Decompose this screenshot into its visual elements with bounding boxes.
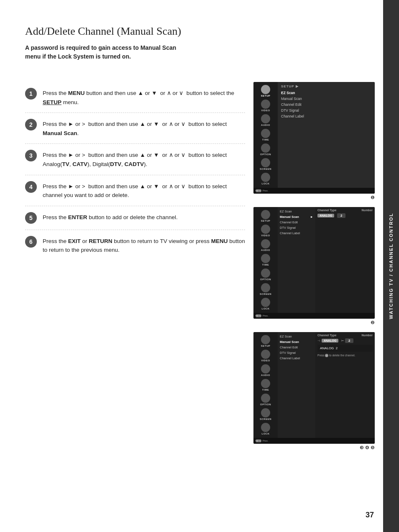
lock-icon-3	[261, 423, 270, 432]
setup-label: SETUP	[261, 95, 271, 97]
tv-menu-channeledit-1: Channel Edit	[281, 102, 371, 107]
video-label-2: VIDEO	[261, 234, 270, 237]
step-text-5: Press the ENTER button to add or delete …	[43, 212, 178, 222]
channel-number-value-3: 2	[345, 338, 353, 343]
tv-menu-left-1: SETUP VIDEO AUDIO	[253, 82, 278, 188]
setup-icon-2	[261, 210, 270, 219]
tv-menu-item-lock-3: LOCK	[253, 422, 278, 436]
audio-label-3: AUDIO	[261, 374, 270, 376]
screenshot-label-1: ❶	[253, 195, 375, 200]
tv-panel-2: SETUP VIDEO AUDIO	[253, 207, 375, 313]
channel-number-value-2: 2	[337, 213, 345, 218]
tv-panel-3: SETUP VIDEO AUDIO	[253, 332, 375, 438]
menu-footer-icon-1: MENU	[256, 189, 261, 192]
tv-menu-item-option-3: OPTION	[253, 392, 278, 407]
step-1: 1 Press the MENU button and then use ▲ o…	[25, 82, 245, 113]
tv-middle-panel-3: EZ Scan Manual Scan Channel Edit DTV Sig…	[278, 332, 315, 438]
subtitle: A password is required to gain access to…	[25, 43, 375, 61]
tv-manualscan-3: Manual Scan	[280, 339, 313, 345]
tv-footer-1: MENU Prev .	[253, 188, 375, 194]
tv-menu-item-setup-3: SETUP	[253, 334, 278, 348]
audio-icon-2	[261, 239, 270, 248]
channel-number-label-2: Number	[362, 209, 373, 212]
sidebar-label: WATCHING TV / CHANNEL CONTROL	[383, 0, 399, 532]
tv-channellabel-3: Channel Label	[280, 356, 313, 361]
setup-label-3: SETUP	[261, 345, 271, 347]
tv-menu-channellabel-1: Channel Label	[281, 113, 371, 119]
screenshot-group-1: SETUP VIDEO AUDIO	[253, 82, 375, 200]
tv-menu-item-setup: SETUP	[253, 84, 278, 98]
step-number-5: 5	[25, 212, 37, 224]
tv-footer-3: MENU Prev .	[253, 438, 375, 444]
tv-menu-ezscan-1: EZ Scan	[281, 90, 371, 96]
step-3: 3 Press the ► or > button and then use ▲…	[25, 144, 245, 175]
channel-type-label-2: Channel Type	[317, 209, 336, 212]
time-label-3: TIME	[262, 389, 269, 391]
enter-icon-3: ⊙	[325, 354, 328, 357]
menu-footer-icon-2: MENU	[256, 314, 261, 317]
screenshot-group-2: SETUP VIDEO AUDIO	[253, 207, 375, 325]
video-label-3: VIDEO	[261, 359, 270, 362]
tv-menu-item-option-2: OPTION	[253, 267, 278, 282]
screenshot-group-3: SETUP VIDEO AUDIO	[253, 332, 375, 450]
audio-icon	[261, 114, 270, 123]
step-4: 4 Press the ► or > button and then use ▲…	[25, 175, 245, 206]
step-number-1: 1	[25, 88, 37, 100]
tv-footer-2: MENU Prev .	[253, 313, 375, 319]
lock-label: LOCK	[262, 182, 270, 185]
tv-menu-dtvsignal-1: DTV Signal	[281, 107, 371, 113]
channel-result-box-3: ANALOG 2	[317, 345, 373, 352]
option-label-2: OPTION	[260, 278, 271, 281]
channel-number-label-3: Number	[362, 334, 373, 337]
arrow-right-icon-3: ⊢	[341, 339, 344, 343]
tv-menu-item-setup-2: SETUP	[253, 209, 278, 223]
time-icon-3	[261, 379, 270, 388]
page-number: 37	[366, 511, 374, 519]
lock-label-3: LOCK	[262, 432, 270, 435]
screenshots-column: SETUP VIDEO AUDIO	[253, 82, 375, 453]
channel-result-text-3: ANALOG 2	[320, 346, 338, 350]
tv-menu-item-lock-2: LOCK	[253, 297, 278, 311]
menu-footer-icon-3: MENU	[256, 439, 261, 442]
tv-menu-item-screen-3: SCREEN	[253, 407, 278, 422]
step-text-2: Press the ► or > button and then use ▲ o…	[43, 119, 245, 138]
time-icon-2	[261, 254, 270, 263]
setup-label-2: SETUP	[261, 220, 271, 222]
tv-screenshot-3: SETUP VIDEO AUDIO	[253, 332, 375, 444]
screen-icon	[261, 158, 270, 167]
step-number-4: 4	[25, 181, 37, 193]
tv-menu-item-time: TIME	[253, 128, 278, 142]
step-2: 2 Press the ► or > button and then use ▲…	[25, 113, 245, 144]
arrow-icon-3: ⊣	[317, 339, 320, 343]
time-icon	[261, 129, 270, 138]
screen-label-3: SCREEN	[260, 418, 271, 420]
setup-icon-3	[261, 335, 270, 344]
option-label: OPTION	[260, 153, 271, 156]
tv-footer-text-1: Prev .	[263, 189, 269, 192]
content-area: 1 Press the MENU button and then use ▲ o…	[25, 82, 375, 453]
setup-icon	[261, 85, 270, 94]
tv-menu-item-audio: AUDIO	[253, 113, 278, 128]
audio-label: AUDIO	[261, 124, 270, 126]
lock-icon	[261, 173, 270, 182]
tv-menu-manualscan-1: Manual Scan	[281, 96, 371, 102]
lock-label-2: LOCK	[262, 307, 270, 310]
tv-screenshot-2: SETUP VIDEO AUDIO	[253, 207, 375, 319]
tv-channellabel-2: Channel Label	[280, 230, 313, 236]
screen-label-2: SCREEN	[260, 293, 271, 295]
lock-icon-2	[261, 298, 270, 307]
video-label: VIDEO	[261, 109, 270, 112]
tv-right-channel-2: Channel Type Number ANALOG 2	[315, 207, 375, 313]
step-number-2: 2	[25, 119, 37, 130]
tv-ezscan-2: EZ Scan	[280, 209, 313, 214]
step-number-3: 3	[25, 150, 37, 161]
channel-type-label-3: Channel Type	[317, 334, 336, 337]
step-text-3: Press the ► or > button and then use ▲ o…	[43, 150, 245, 169]
channel-selector-2: ANALOG 2	[317, 213, 373, 218]
tv-middle-panel-2: EZ Scan Manual Scan ► Channel Edit DTV S…	[278, 207, 315, 313]
tv-menu-item-audio-2: AUDIO	[253, 238, 278, 253]
page-title: Add/Delete Channel (Manual Scan)	[25, 25, 375, 38]
tv-menu-item-time-3: TIME	[253, 378, 278, 392]
tv-menu-item-audio-3: AUDIO	[253, 363, 278, 378]
audio-icon-3	[261, 364, 270, 373]
